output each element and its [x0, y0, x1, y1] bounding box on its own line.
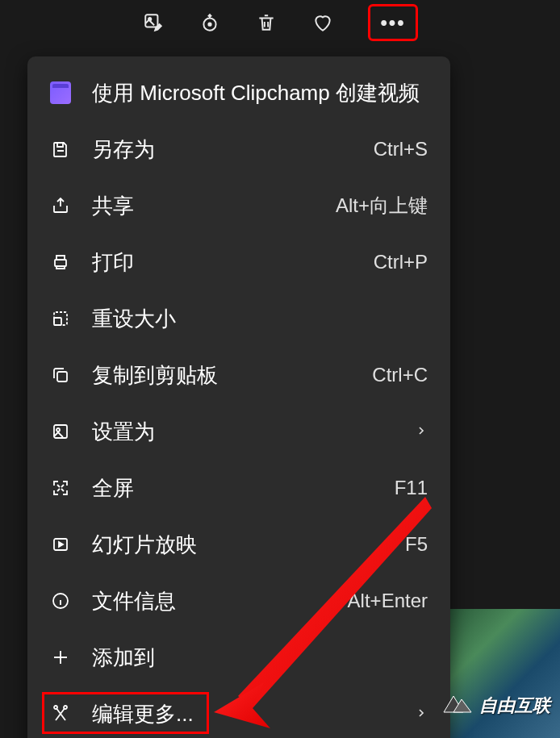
- watermark-logo-icon: [439, 688, 474, 723]
- rotate-icon[interactable]: [199, 11, 221, 34]
- menu-item-resize[interactable]: 重设大小: [27, 290, 450, 347]
- watermark: 自由互联: [439, 688, 550, 723]
- slideshow-icon: [50, 534, 71, 555]
- chevron-right-icon: [415, 705, 428, 723]
- svg-rect-8: [54, 425, 67, 438]
- svg-point-9: [56, 428, 60, 432]
- menu-label: 添加到: [92, 644, 428, 672]
- more-dots-icon: •••: [380, 11, 405, 34]
- menu-item-fileinfo[interactable]: 文件信息 Alt+Enter: [27, 573, 450, 629]
- menu-item-print[interactable]: 打印 Ctrl+P: [27, 234, 450, 290]
- save-icon: [50, 139, 71, 160]
- svg-rect-4: [55, 260, 66, 266]
- menu-item-copy[interactable]: 复制到剪贴板 Ctrl+C: [27, 347, 450, 403]
- menu-label: 另存为: [92, 136, 374, 164]
- share-icon: [50, 195, 71, 216]
- menu-label: 幻灯片放映: [92, 531, 405, 559]
- menu-item-slideshow[interactable]: 幻灯片放映 F5: [27, 516, 450, 573]
- menu-label: 设置为: [92, 418, 415, 446]
- editmore-icon: [50, 703, 71, 724]
- menu-label: 打印: [92, 248, 374, 277]
- svg-point-3: [208, 23, 211, 26]
- chevron-right-icon: [415, 423, 428, 441]
- svg-point-13: [64, 706, 67, 709]
- menu-item-clipchamp[interactable]: 使用 Microsoft Clipchamp 创建视频: [27, 65, 450, 121]
- menu-item-fullscreen[interactable]: 全屏 F11: [27, 460, 450, 516]
- menu-item-addto[interactable]: 添加到: [27, 629, 450, 686]
- menu-shortcut: Ctrl+S: [374, 138, 428, 161]
- toolbar: •••: [0, 0, 560, 45]
- setas-icon: [50, 421, 71, 442]
- resize-icon: [50, 308, 71, 329]
- menu-item-share[interactable]: 共享 Alt+向上键: [27, 177, 450, 234]
- menu-item-editmore[interactable]: 编辑更多...: [27, 686, 450, 738]
- copy-icon: [50, 365, 71, 386]
- menu-label: 复制到剪贴板: [92, 361, 372, 390]
- clipchamp-icon: [50, 82, 71, 103]
- delete-icon[interactable]: [255, 11, 278, 34]
- more-button[interactable]: •••: [368, 4, 418, 41]
- watermark-text: 自由互联: [479, 694, 550, 718]
- menu-label: 文件信息: [92, 587, 348, 615]
- fullscreen-icon: [50, 477, 71, 498]
- menu-label: 共享: [92, 192, 336, 220]
- menu-label: 全屏: [92, 474, 395, 502]
- menu-shortcut: Ctrl+C: [372, 364, 428, 386]
- favorite-icon[interactable]: [311, 11, 334, 34]
- svg-rect-5: [54, 312, 67, 325]
- menu-item-saveas[interactable]: 另存为 Ctrl+S: [27, 121, 450, 177]
- svg-point-12: [54, 706, 57, 709]
- menu-shortcut: F11: [395, 477, 428, 499]
- print-icon: [50, 252, 71, 273]
- menu-shortcut: Alt+向上键: [336, 193, 428, 219]
- menu-label: 编辑更多...: [92, 700, 415, 728]
- svg-rect-6: [54, 318, 61, 325]
- edit-image-icon[interactable]: [142, 11, 165, 34]
- add-icon: [50, 647, 71, 668]
- menu-label: 重设大小: [92, 305, 428, 333]
- context-menu: 使用 Microsoft Clipchamp 创建视频 另存为 Ctrl+S 共…: [27, 56, 450, 738]
- menu-shortcut: Alt+Enter: [348, 590, 428, 612]
- menu-shortcut: Ctrl+P: [374, 251, 428, 273]
- menu-shortcut: F5: [405, 533, 428, 556]
- info-icon: [50, 590, 71, 611]
- svg-rect-7: [57, 372, 67, 382]
- menu-label: 使用 Microsoft Clipchamp 创建视频: [92, 79, 428, 107]
- menu-item-setas[interactable]: 设置为: [27, 403, 450, 460]
